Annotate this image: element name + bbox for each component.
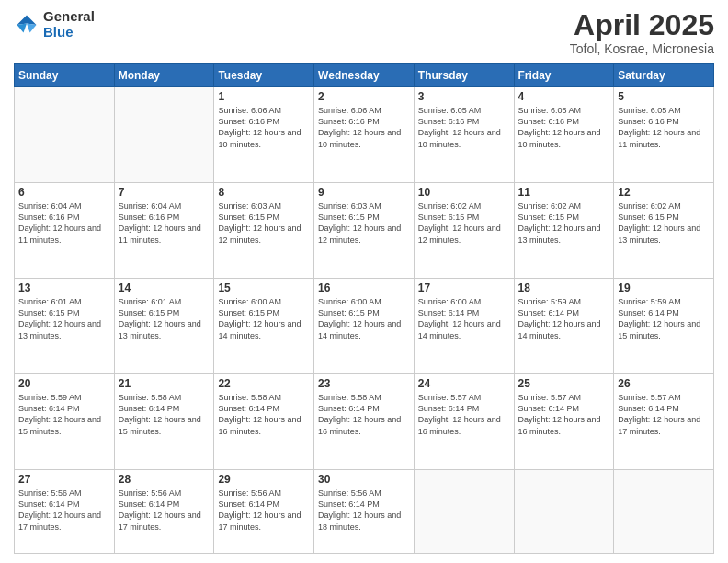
table-row: [15, 87, 115, 183]
day-info: Sunrise: 5:58 AM Sunset: 6:14 PM Dayligh…: [218, 392, 310, 437]
day-number: 25: [518, 377, 610, 390]
day-number: 18: [518, 282, 610, 294]
day-number: 30: [318, 473, 410, 486]
calendar-week-row: 6Sunrise: 6:04 AM Sunset: 6:16 PM Daylig…: [15, 183, 714, 279]
table-row: 1Sunrise: 6:06 AM Sunset: 6:16 PM Daylig…: [214, 87, 314, 183]
day-info: Sunrise: 5:58 AM Sunset: 6:14 PM Dayligh…: [318, 392, 410, 437]
logo-blue-text: Blue: [43, 25, 95, 40]
table-row: 7Sunrise: 6:04 AM Sunset: 6:16 PM Daylig…: [114, 183, 214, 279]
table-row: 9Sunrise: 6:03 AM Sunset: 6:15 PM Daylig…: [314, 183, 415, 279]
table-row: 20Sunrise: 5:59 AM Sunset: 6:14 PM Dayli…: [15, 374, 115, 470]
table-row: 16Sunrise: 6:00 AM Sunset: 6:15 PM Dayli…: [314, 279, 415, 374]
table-row: 13Sunrise: 6:01 AM Sunset: 6:15 PM Dayli…: [15, 279, 115, 374]
day-info: Sunrise: 5:56 AM Sunset: 6:14 PM Dayligh…: [18, 488, 110, 533]
day-number: 24: [418, 377, 510, 390]
day-number: 21: [119, 377, 210, 390]
day-number: 20: [18, 377, 110, 390]
day-info: Sunrise: 6:05 AM Sunset: 6:16 PM Dayligh…: [418, 105, 510, 150]
day-info: Sunrise: 6:05 AM Sunset: 6:16 PM Dayligh…: [618, 105, 710, 150]
table-row: [614, 470, 714, 554]
table-row: 18Sunrise: 5:59 AM Sunset: 6:14 PM Dayli…: [514, 279, 614, 374]
page: General Blue April 2025 Tofol, Kosrae, M…: [0, 0, 728, 563]
day-number: 12: [618, 186, 710, 199]
table-row: [114, 87, 214, 183]
header-row: Sunday Monday Tuesday Wednesday Thursday…: [15, 64, 714, 87]
day-number: 1: [218, 90, 310, 103]
table-row: 26Sunrise: 5:57 AM Sunset: 6:14 PM Dayli…: [614, 374, 714, 470]
day-number: 4: [518, 90, 610, 103]
table-row: 5Sunrise: 6:05 AM Sunset: 6:16 PM Daylig…: [614, 87, 714, 183]
day-info: Sunrise: 6:03 AM Sunset: 6:15 PM Dayligh…: [318, 201, 410, 246]
day-info: Sunrise: 6:02 AM Sunset: 6:15 PM Dayligh…: [518, 201, 610, 246]
table-row: 22Sunrise: 5:58 AM Sunset: 6:14 PM Dayli…: [214, 374, 314, 470]
table-row: 21Sunrise: 5:58 AM Sunset: 6:14 PM Dayli…: [114, 374, 214, 470]
day-info: Sunrise: 6:06 AM Sunset: 6:16 PM Dayligh…: [218, 105, 310, 150]
table-row: 28Sunrise: 5:56 AM Sunset: 6:14 PM Dayli…: [114, 470, 214, 554]
day-info: Sunrise: 5:56 AM Sunset: 6:14 PM Dayligh…: [119, 488, 210, 533]
logo: General Blue: [14, 9, 95, 40]
table-row: 19Sunrise: 5:59 AM Sunset: 6:14 PM Dayli…: [614, 279, 714, 374]
calendar-week-row: 27Sunrise: 5:56 AM Sunset: 6:14 PM Dayli…: [15, 470, 714, 554]
day-info: Sunrise: 6:02 AM Sunset: 6:15 PM Dayligh…: [618, 201, 710, 246]
day-info: Sunrise: 6:00 AM Sunset: 6:14 PM Dayligh…: [418, 296, 510, 341]
day-number: 26: [618, 377, 710, 390]
day-info: Sunrise: 6:01 AM Sunset: 6:15 PM Dayligh…: [119, 296, 210, 341]
svg-marker-2: [17, 23, 28, 32]
table-row: 30Sunrise: 5:56 AM Sunset: 6:14 PM Dayli…: [314, 470, 415, 554]
day-number: 23: [318, 377, 410, 390]
main-title: April 2025: [570, 9, 714, 41]
logo-text: General Blue: [43, 9, 95, 40]
table-row: 3Sunrise: 6:05 AM Sunset: 6:16 PM Daylig…: [414, 87, 514, 183]
table-row: 6Sunrise: 6:04 AM Sunset: 6:16 PM Daylig…: [15, 183, 115, 279]
day-info: Sunrise: 6:04 AM Sunset: 6:16 PM Dayligh…: [119, 201, 210, 246]
col-monday: Monday: [114, 64, 214, 87]
day-info: Sunrise: 5:58 AM Sunset: 6:14 PM Dayligh…: [119, 392, 210, 437]
day-info: Sunrise: 5:57 AM Sunset: 6:14 PM Dayligh…: [418, 392, 510, 437]
day-info: Sunrise: 6:01 AM Sunset: 6:15 PM Dayligh…: [18, 296, 110, 341]
day-number: 14: [119, 282, 210, 294]
day-info: Sunrise: 6:05 AM Sunset: 6:16 PM Dayligh…: [518, 105, 610, 150]
day-info: Sunrise: 6:06 AM Sunset: 6:16 PM Dayligh…: [318, 105, 410, 150]
day-number: 11: [518, 186, 610, 199]
day-number: 22: [218, 377, 310, 390]
svg-marker-0: [17, 15, 37, 25]
logo-general-text: General: [43, 9, 95, 25]
table-row: 12Sunrise: 6:02 AM Sunset: 6:15 PM Dayli…: [614, 183, 714, 279]
day-info: Sunrise: 6:04 AM Sunset: 6:16 PM Dayligh…: [18, 201, 110, 246]
day-info: Sunrise: 6:03 AM Sunset: 6:15 PM Dayligh…: [218, 201, 310, 246]
day-number: 16: [318, 282, 410, 294]
col-wednesday: Wednesday: [314, 64, 415, 87]
calendar: Sunday Monday Tuesday Wednesday Thursday…: [14, 63, 714, 554]
table-row: 14Sunrise: 6:01 AM Sunset: 6:15 PM Dayli…: [114, 279, 214, 374]
day-number: 13: [18, 282, 110, 294]
table-row: 2Sunrise: 6:06 AM Sunset: 6:16 PM Daylig…: [314, 87, 415, 183]
day-info: Sunrise: 5:56 AM Sunset: 6:14 PM Dayligh…: [318, 488, 410, 533]
day-number: 19: [618, 282, 710, 294]
day-number: 15: [218, 282, 310, 294]
day-number: 3: [418, 90, 510, 103]
calendar-week-row: 13Sunrise: 6:01 AM Sunset: 6:15 PM Dayli…: [15, 279, 714, 374]
day-info: Sunrise: 5:57 AM Sunset: 6:14 PM Dayligh…: [618, 392, 710, 437]
title-block: April 2025 Tofol, Kosrae, Micronesia: [570, 9, 714, 56]
calendar-header: Sunday Monday Tuesday Wednesday Thursday…: [15, 64, 714, 87]
day-number: 9: [318, 186, 410, 199]
day-number: 29: [218, 473, 310, 486]
table-row: 11Sunrise: 6:02 AM Sunset: 6:15 PM Dayli…: [514, 183, 614, 279]
day-info: Sunrise: 6:00 AM Sunset: 6:15 PM Dayligh…: [318, 296, 410, 341]
logo-icon: [14, 12, 40, 38]
table-row: 8Sunrise: 6:03 AM Sunset: 6:15 PM Daylig…: [214, 183, 314, 279]
calendar-body: 1Sunrise: 6:06 AM Sunset: 6:16 PM Daylig…: [15, 87, 714, 554]
day-number: 10: [418, 186, 510, 199]
day-info: Sunrise: 5:59 AM Sunset: 6:14 PM Dayligh…: [618, 296, 710, 341]
day-number: 8: [218, 186, 310, 199]
calendar-week-row: 20Sunrise: 5:59 AM Sunset: 6:14 PM Dayli…: [15, 374, 714, 470]
table-row: 23Sunrise: 5:58 AM Sunset: 6:14 PM Dayli…: [314, 374, 415, 470]
table-row: [414, 470, 514, 554]
calendar-week-row: 1Sunrise: 6:06 AM Sunset: 6:16 PM Daylig…: [15, 87, 714, 183]
table-row: 27Sunrise: 5:56 AM Sunset: 6:14 PM Dayli…: [15, 470, 115, 554]
day-number: 2: [318, 90, 410, 103]
day-info: Sunrise: 5:56 AM Sunset: 6:14 PM Dayligh…: [218, 488, 310, 533]
day-number: 6: [18, 186, 110, 199]
svg-marker-1: [27, 23, 37, 32]
col-tuesday: Tuesday: [214, 64, 314, 87]
